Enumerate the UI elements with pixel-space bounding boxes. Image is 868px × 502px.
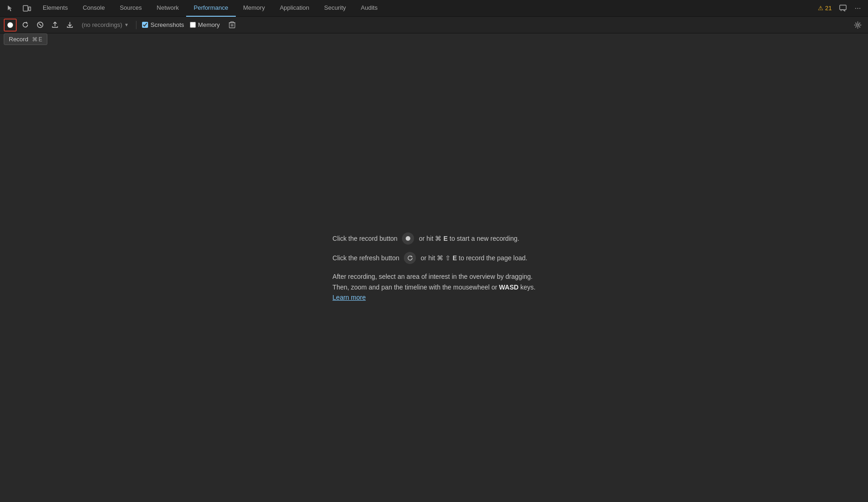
- delete-recordings-button[interactable]: [226, 19, 239, 32]
- svg-rect-7: [231, 22, 233, 23]
- recordings-arrow-icon: ▼: [124, 22, 129, 27]
- tab-network[interactable]: Network: [149, 0, 187, 17]
- tab-elements[interactable]: Elements: [35, 0, 75, 17]
- help-line2b: or hit ⌘ ⇧ E to record the page load.: [421, 253, 527, 263]
- tab-audits[interactable]: Audits: [353, 0, 385, 17]
- recordings-dropdown[interactable]: (no recordings) ▼: [78, 20, 132, 29]
- tab-bar: Elements Console Sources Network Perform…: [0, 0, 868, 17]
- toolbar-separator-1: [136, 21, 136, 29]
- help-line2a: Click the refresh button: [332, 253, 399, 263]
- refresh-inline-icon: [404, 252, 416, 264]
- svg-rect-0: [23, 6, 28, 11]
- warning-badge[interactable]: ⚠ 21: [815, 5, 835, 12]
- tab-console[interactable]: Console: [75, 0, 112, 17]
- tab-bar-left: [2, 0, 35, 17]
- feedback-icon[interactable]: [836, 2, 849, 15]
- tab-memory[interactable]: Memory: [236, 0, 272, 17]
- help-line1b: or hit ⌘ E to start a new recording.: [419, 234, 519, 244]
- shortcut-key: E: [39, 36, 42, 43]
- device-toolbar-icon[interactable]: [19, 0, 35, 17]
- tab-application[interactable]: Application: [272, 0, 317, 17]
- shortcut-meta: ⌘: [32, 36, 38, 43]
- help-row-refresh: Click the refresh button or hit ⌘ ⇧ E to…: [332, 252, 535, 264]
- tab-performance[interactable]: Performance: [186, 0, 235, 17]
- tab-security[interactable]: Security: [317, 0, 353, 17]
- svg-point-11: [857, 24, 859, 26]
- help-panel: Click the record button or hit ⌘ E to st…: [332, 232, 535, 302]
- record-tooltip: Record ⌘ E: [4, 33, 47, 45]
- record-button[interactable]: [4, 19, 17, 32]
- download-button[interactable]: [63, 19, 76, 32]
- tooltip-label: Record: [9, 36, 28, 43]
- more-options-icon[interactable]: ···: [851, 2, 864, 15]
- memory-checkbox-label[interactable]: Memory: [188, 21, 222, 28]
- toolbar: (no recordings) ▼ Screenshots Memory: [0, 17, 868, 33]
- record-circle-icon: [7, 22, 13, 28]
- screenshots-checkbox-label[interactable]: Screenshots: [140, 21, 186, 28]
- memory-label: Memory: [198, 21, 220, 28]
- screenshots-checkbox[interactable]: [142, 22, 148, 28]
- svg-rect-2: [840, 5, 846, 10]
- main-content: Click the record button or hit ⌘ E to st…: [0, 33, 868, 502]
- warning-icon: ⚠: [818, 5, 823, 12]
- help-line3: After recording, select an area of inter…: [332, 273, 535, 290]
- help-text-block: After recording, select an area of inter…: [332, 271, 535, 302]
- help-row-record: Click the record button or hit ⌘ E to st…: [332, 232, 535, 245]
- recordings-label: (no recordings): [82, 21, 122, 28]
- screenshots-label: Screenshots: [150, 21, 184, 28]
- warning-count: 21: [825, 5, 832, 12]
- clear-button[interactable]: [33, 19, 46, 32]
- capture-settings-button[interactable]: [851, 19, 864, 32]
- reload-record-button[interactable]: [19, 19, 32, 32]
- memory-checkbox[interactable]: [190, 22, 196, 28]
- tooltip-shortcut: ⌘ E: [32, 36, 42, 43]
- learn-more-link[interactable]: Learn more: [332, 294, 366, 301]
- inspect-icon[interactable]: [2, 0, 19, 17]
- help-line1a: Click the record button: [332, 234, 397, 244]
- upload-button[interactable]: [48, 19, 61, 32]
- record-inline-icon: [402, 232, 414, 245]
- svg-rect-1: [29, 7, 31, 11]
- tab-sources[interactable]: Sources: [112, 0, 149, 17]
- tab-bar-right: ⚠ 21 ···: [815, 2, 868, 15]
- svg-line-4: [39, 24, 41, 26]
